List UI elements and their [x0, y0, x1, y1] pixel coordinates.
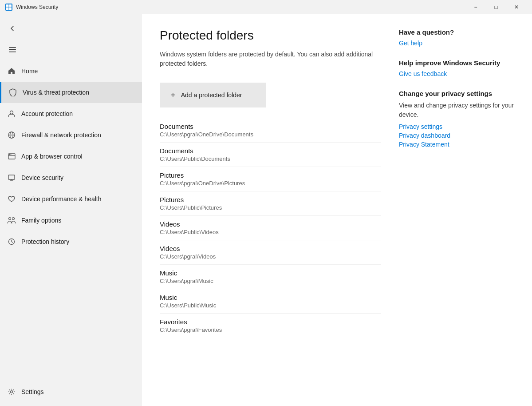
privacy-text: View and change privacy settings for you… — [399, 101, 514, 119]
sidebar-item-account[interactable]: Account protection — [0, 103, 142, 124]
folder-path: C:\Users\pgral\Videos — [160, 253, 381, 260]
titlebar: Windows Security − □ ✕ — [0, 0, 532, 14]
folder-name: Videos — [160, 220, 381, 228]
list-item: Videos C:\Users\pgral\Videos — [160, 240, 381, 265]
folder-name: Videos — [160, 245, 381, 252]
add-protected-folder-button[interactable]: + Add a protected folder — [160, 83, 266, 107]
svg-rect-3 — [9, 7, 12, 10]
sidebar: Home Virus & threat protection Account p… — [0, 14, 142, 406]
privacy-section: Change your privacy settings View and ch… — [399, 90, 514, 148]
svg-point-21 — [11, 391, 13, 393]
privacy-heading: Change your privacy settings — [399, 90, 514, 97]
svg-rect-5 — [9, 49, 16, 50]
sidebar-item-label-family: Family options — [21, 217, 61, 224]
sidebar-bottom: Settings — [0, 381, 142, 406]
app-container: Home Virus & threat protection Account p… — [0, 14, 532, 406]
sidebar-item-virus[interactable]: Virus & threat protection — [0, 82, 142, 103]
svg-point-18 — [9, 218, 11, 220]
svg-rect-4 — [9, 47, 16, 48]
main-content: Protected folders Windows system folders… — [142, 14, 532, 406]
sidebar-item-history[interactable]: Protection history — [0, 231, 142, 252]
maximize-button[interactable]: □ — [486, 0, 506, 14]
svg-rect-1 — [9, 4, 12, 7]
sidebar-item-browser[interactable]: App & browser control — [0, 146, 142, 167]
list-item: Favorites C:\Users\pgral\Favorites — [160, 314, 381, 338]
question-heading: Have a question? — [399, 28, 514, 36]
folder-list: Documents C:\Users\pgral\OneDrive\Docume… — [160, 118, 381, 338]
list-item: Videos C:\Users\Public\Videos — [160, 216, 381, 240]
sidebar-item-label-account: Account protection — [21, 110, 73, 117]
svg-point-14 — [10, 154, 11, 155]
improve-section: Help improve Windows Security Give us fe… — [399, 59, 514, 77]
sidebar-item-settings[interactable]: Settings — [0, 381, 142, 402]
home-icon — [7, 67, 16, 76]
improve-heading: Help improve Windows Security — [399, 59, 514, 67]
folder-name: Documents — [160, 147, 381, 155]
firewall-icon — [7, 131, 16, 139]
have-a-question-section: Have a question? Get help — [399, 28, 514, 47]
folder-name: Music — [160, 269, 381, 277]
list-item: Pictures C:\Users\Public\Pictures — [160, 191, 381, 216]
folder-name: Pictures — [160, 171, 381, 179]
list-item: Documents C:\Users\Public\Documents — [160, 143, 381, 167]
sidebar-item-label-virus: Virus & threat protection — [23, 89, 89, 96]
add-button-label: Add a protected folder — [181, 92, 242, 99]
account-icon — [7, 109, 16, 118]
sidebar-item-label-home: Home — [21, 68, 38, 75]
get-help-link[interactable]: Get help — [399, 40, 514, 47]
svg-rect-15 — [8, 175, 15, 179]
folder-path: C:\Users\Public\Videos — [160, 229, 381, 235]
sidebar-item-device-security[interactable]: Device security — [0, 167, 142, 188]
svg-rect-2 — [6, 7, 9, 10]
app-icon — [5, 4, 12, 11]
health-icon — [7, 195, 16, 203]
list-item: Music C:\Users\pgral\Music — [160, 265, 381, 289]
list-item: Pictures C:\Users\pgral\OneDrive\Picture… — [160, 167, 381, 191]
folder-path: C:\Users\pgral\OneDrive\Documents — [160, 131, 381, 138]
content-left: Protected folders Windows system folders… — [160, 28, 381, 392]
page-title: Protected folders — [160, 28, 381, 43]
folder-name: Documents — [160, 123, 381, 130]
folder-path: C:\Users\pgral\Music — [160, 278, 381, 284]
menu-button[interactable] — [4, 41, 21, 59]
feedback-link[interactable]: Give us feedback — [399, 70, 514, 77]
sidebar-item-label-history: Protection history — [21, 238, 69, 245]
minimize-button[interactable]: − — [465, 0, 486, 14]
close-button[interactable]: ✕ — [506, 0, 527, 14]
settings-label: Settings — [21, 388, 44, 395]
folder-name: Favorites — [160, 318, 381, 326]
privacy-settings-link[interactable]: Privacy settings — [399, 123, 514, 130]
window-controls: − □ ✕ — [465, 0, 527, 14]
content-right: Have a question? Get help Help improve W… — [399, 28, 514, 392]
sidebar-item-firewall[interactable]: Firewall & network protection — [0, 124, 142, 146]
browser-icon — [7, 152, 16, 161]
privacy-statement-link[interactable]: Privacy Statement — [399, 141, 514, 148]
settings-icon — [7, 387, 16, 396]
svg-rect-6 — [9, 52, 16, 52]
privacy-dashboard-link[interactable]: Privacy dashboard — [399, 132, 514, 139]
svg-point-7 — [10, 111, 13, 114]
folder-path: C:\Users\Public\Music — [160, 302, 381, 309]
page-description: Windows system folders are protected by … — [160, 50, 381, 68]
list-item: Documents C:\Users\pgral\OneDrive\Docume… — [160, 118, 381, 143]
folder-name: Pictures — [160, 196, 381, 203]
sidebar-item-label-firewall: Firewall & network protection — [21, 131, 101, 139]
device-security-icon — [7, 173, 16, 182]
history-icon — [7, 237, 16, 246]
shield-icon — [8, 88, 17, 97]
sidebar-item-device-health[interactable]: Device performance & health — [0, 188, 142, 210]
svg-point-19 — [12, 218, 15, 220]
family-icon — [7, 216, 16, 225]
plus-icon: + — [170, 90, 176, 100]
back-button[interactable] — [4, 20, 21, 37]
svg-point-13 — [9, 154, 10, 155]
sidebar-item-label-device-health: Device performance & health — [21, 195, 102, 203]
window-title: Windows Security — [16, 4, 465, 10]
folder-path: C:\Users\pgral\Favorites — [160, 326, 381, 333]
sidebar-item-family[interactable]: Family options — [0, 210, 142, 231]
list-item: Music C:\Users\Public\Music — [160, 289, 381, 314]
sidebar-item-label-browser: App & browser control — [21, 153, 83, 160]
sidebar-item-home[interactable]: Home — [0, 60, 142, 82]
folder-path: C:\Users\pgral\OneDrive\Pictures — [160, 180, 381, 187]
folder-name: Music — [160, 294, 381, 301]
